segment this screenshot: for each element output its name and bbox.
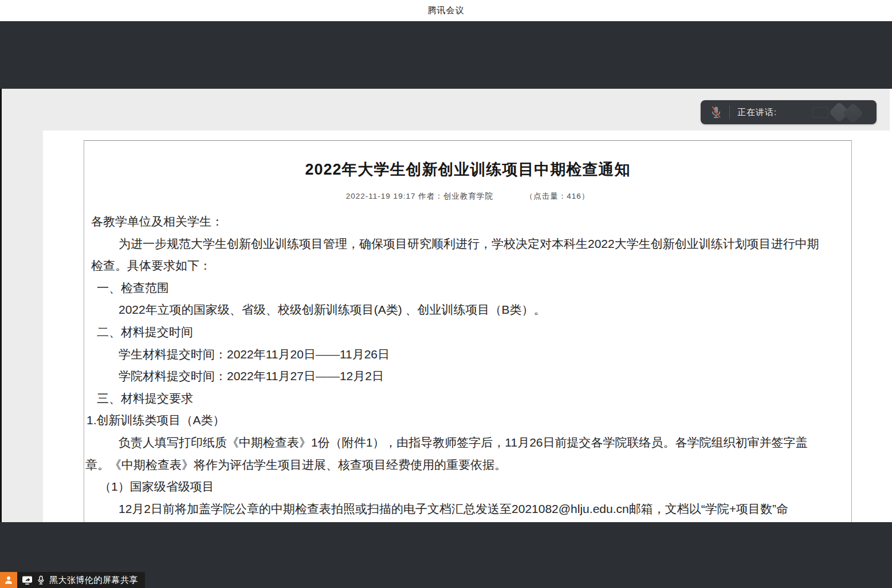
document-line: 各教学单位及相关学生： xyxy=(84,211,851,233)
speaking-label: 正在讲话: xyxy=(737,107,777,118)
document-meta-date-author: 2022-11-19 19:17 作者：创业教育学院 xyxy=(346,192,493,200)
member-avatar-box xyxy=(0,572,17,588)
screen-share-status-bar[interactable]: 黑大张博伦的屏幕共享 xyxy=(0,572,145,588)
document-page: 2022年大学生创新创业训练项目中期检查通知 2022-11-19 19:17 … xyxy=(84,140,852,522)
document-meta-hits: （点击量：416） xyxy=(525,192,590,200)
panel-divider xyxy=(729,105,730,119)
document-line: 检查。具体要求如下： xyxy=(84,255,851,277)
meeting-top-bar xyxy=(0,21,892,89)
microphone-icon xyxy=(37,575,45,585)
document-line: 12月2日前将加盖学院公章的中期检查表拍照或扫描的电子文档汇总发送至202108… xyxy=(84,498,851,520)
shared-screen-area: 2022年大学生创新创业训练项目中期检查通知 2022-11-19 19:17 … xyxy=(0,89,892,522)
document-line: 一、检查范围 xyxy=(84,277,851,299)
person-icon xyxy=(3,574,14,586)
document-line: 三、材料提交要求 xyxy=(84,388,851,410)
document-line: 学院材料提交时间：2022年11月27日——12月2日 xyxy=(84,365,851,388)
screen-share-icon xyxy=(22,575,33,585)
window-title-bar: 腾讯会议 xyxy=(0,0,892,21)
document-line: 为进一步规范大学生创新创业训练项目管理，确保项目研究顺利进行，学校决定对本科生2… xyxy=(84,233,851,255)
document-line: 1.创新训练类项目（A类） xyxy=(84,409,851,432)
tencent-meeting-logo-icon xyxy=(827,104,869,121)
document-line: 二、材料提交时间 xyxy=(84,321,851,344)
speaking-indicator-panel: 正在讲话: xyxy=(701,100,877,124)
window-title: 腾讯会议 xyxy=(428,5,465,16)
document-line: 学生材料提交时间：2022年11月20日——11月26日 xyxy=(84,344,851,366)
watermark-mark xyxy=(812,107,828,118)
document-line: 负责人填写打印纸质《中期检查表》1份（附件1），由指导教师签字后，11月26日前… xyxy=(84,432,851,454)
document-title: 2022年大学生创新创业训练项目中期检查通知 xyxy=(90,159,846,180)
document-meta: 2022-11-19 19:17 作者：创业教育学院（点击量：416） xyxy=(84,191,851,202)
webpage-background: 2022年大学生创新创业训练项目中期检查通知 2022-11-19 19:17 … xyxy=(43,131,892,522)
document-line: 章。《中期检查表》将作为评估学生项目进展、核查项目经费使用的重要依据。 xyxy=(84,454,851,476)
document-body: 各教学单位及相关学生：为进一步规范大学生创新创业训练项目管理，确保项目研究顺利进… xyxy=(84,211,851,522)
share-strip: 黑大张博伦的屏幕共享 xyxy=(17,572,145,588)
share-status-text: 黑大张博伦的屏幕共享 xyxy=(49,575,138,586)
document-line: （1）国家级省级项目 xyxy=(84,476,851,498)
mic-muted-icon xyxy=(710,105,722,119)
document-line: 2022年立项的国家级、省级、校级创新训练项目(A类) 、创业训练项目（B类）。 xyxy=(84,299,851,321)
